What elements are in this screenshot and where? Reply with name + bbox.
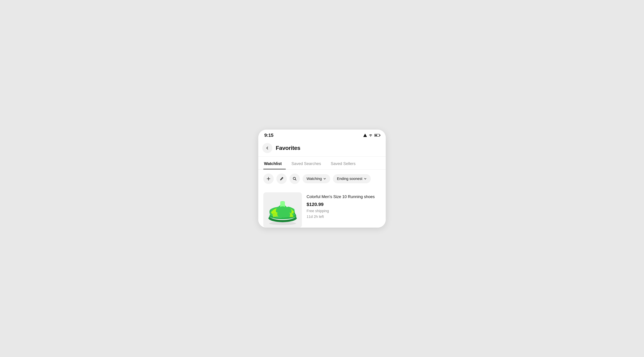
- sort-filter-button[interactable]: Ending soonest: [333, 174, 371, 183]
- product-info: Colorful Men's Size 10 Running shoes $12…: [306, 192, 381, 228]
- tab-saved-sellers[interactable]: Saved Sellers: [330, 157, 360, 169]
- tabs-container: Watchlist Saved Searches Saved Sellers: [258, 157, 386, 169]
- add-button[interactable]: [263, 174, 274, 184]
- wifi-icon: [368, 134, 373, 137]
- signal-icon: [363, 134, 367, 137]
- product-shipping: Free shipping: [306, 209, 381, 213]
- back-button[interactable]: [262, 143, 272, 153]
- page-title: Favorites: [276, 145, 300, 151]
- watching-chevron-icon: [323, 177, 326, 180]
- watching-filter-button[interactable]: Watching: [302, 174, 330, 183]
- header: Favorites: [258, 140, 386, 156]
- battery-fill: [375, 135, 377, 136]
- watching-filter-label: Watching: [306, 177, 322, 181]
- back-icon: [266, 146, 269, 150]
- product-time-left: 11d 2h left: [306, 214, 381, 219]
- shoe-illustration: [263, 192, 302, 228]
- add-icon: [266, 177, 271, 181]
- product-list: Colorful Men's Size 10 Running shoes $12…: [258, 188, 386, 228]
- status-time: 9:15: [264, 133, 273, 138]
- toolbar: Watching Ending soonest: [258, 170, 386, 188]
- tab-saved-searches[interactable]: Saved Searches: [291, 157, 325, 169]
- tab-watchlist[interactable]: Watchlist: [263, 157, 286, 169]
- status-icons: [363, 134, 380, 137]
- svg-marker-0: [363, 134, 367, 137]
- edit-icon: [280, 177, 284, 181]
- edit-button[interactable]: [276, 174, 287, 184]
- svg-point-1: [370, 136, 371, 137]
- sort-chevron-icon: [364, 177, 367, 180]
- battery-icon: [374, 134, 380, 137]
- search-button[interactable]: [290, 174, 300, 184]
- product-name: Colorful Men's Size 10 Running shoes: [306, 194, 381, 199]
- sort-filter-label: Ending soonest: [337, 177, 362, 181]
- product-item[interactable]: Colorful Men's Size 10 Running shoes $12…: [263, 190, 381, 228]
- product-image: [263, 192, 302, 228]
- search-icon: [292, 177, 297, 181]
- status-bar: 9:15: [258, 130, 386, 140]
- product-price: $120.99: [306, 202, 381, 207]
- phone-frame: 9:15 Favorites: [258, 130, 386, 228]
